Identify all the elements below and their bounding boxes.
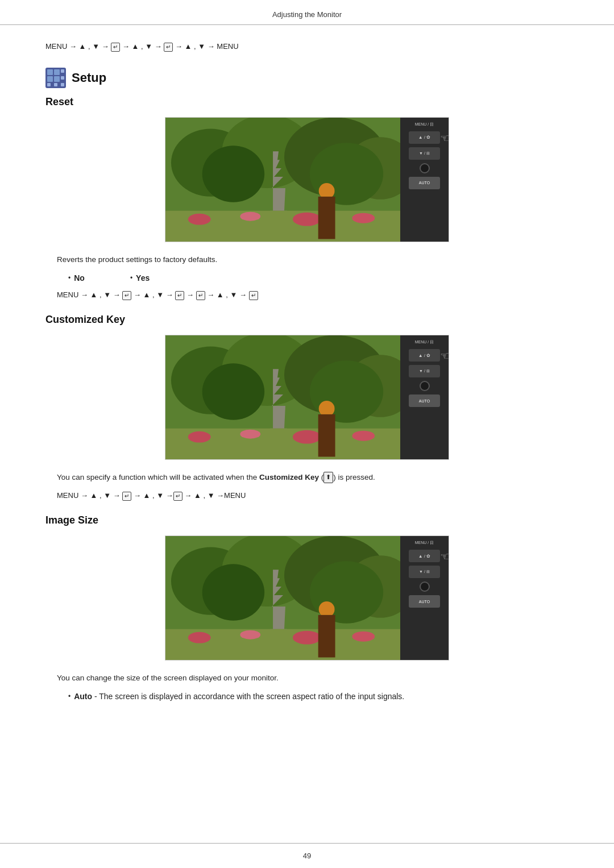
garden-scene-reset: [165, 118, 400, 242]
enter-key-2: ↵: [164, 43, 173, 52]
garden-scene-imgsize: [165, 536, 400, 660]
monitor-screen-custom: [165, 335, 400, 459]
svg-point-53: [240, 630, 260, 639]
top-nav-formula: MENU → ▲ , ▼ → ↵ → ▲ , ▼ → ↵ → ▲ , ▼ → M…: [45, 42, 569, 52]
monitor-screen-imgsize: [165, 536, 400, 660]
panel-circle-button: [420, 163, 430, 173]
svg-rect-3: [47, 76, 53, 82]
enter-r1: ↵: [122, 291, 131, 300]
customized-key-formula: MENU → ▲ , ▼ → ↵ → ▲ , ▼ →↵ → ▲ , ▼ →MEN…: [57, 491, 557, 501]
svg-point-55: [352, 632, 375, 642]
svg-rect-7: [47, 83, 51, 86]
monitor-panel-custom: MENU / 目 ▲ / ✿ ☞ ▼ / ⊞ AUTO: [400, 335, 449, 459]
page-content: MENU → ▲ , ▼ → ↵ → ▲ , ▼ → ↵ → ▲ , ▼ → M…: [0, 25, 614, 746]
panel-menu-label-i: MENU / 目: [415, 541, 434, 545]
panel-down-button-c: ▼ / ⊞: [409, 365, 440, 377]
panel-up-button: ▲ / ✿ ☞: [409, 131, 440, 144]
monitor-panel-imgsize: MENU / 目 ▲ / ✿ ☞ ▼ / ⊞ AUTO: [400, 536, 449, 660]
auto-label: Auto - The screen is displayed in accord…: [74, 692, 404, 701]
monitor-mockup-custom: MENU / 目 ▲ / ✿ ☞ ▼ / ⊞ AUTO: [165, 335, 449, 460]
enter-r2: ↵: [175, 291, 184, 300]
svg-point-36: [188, 431, 211, 442]
reset-option-yes: • Yes: [130, 273, 150, 283]
no-label: No: [74, 273, 85, 283]
page-header: Adjusting the Monitor: [0, 0, 614, 25]
panel-auto-button-i: AUTO: [409, 595, 440, 608]
setup-title: Setup: [72, 70, 106, 85]
auto-desc: - The screen is displayed in accordance …: [92, 692, 404, 701]
svg-point-54: [293, 631, 321, 645]
svg-rect-2: [54, 69, 60, 75]
customized-key-section: Customized Key: [45, 314, 569, 501]
header-title: Adjusting the Monitor: [272, 10, 342, 19]
panel-auto-button-c: AUTO: [409, 394, 440, 407]
svg-point-17: [202, 146, 264, 202]
reset-option-no: • No: [68, 273, 85, 283]
svg-point-24: [319, 183, 335, 199]
panel-auto-button: AUTO: [409, 177, 440, 189]
setup-icon: [45, 68, 66, 88]
panel-up-button-c: ▲ / ✿ ☞: [409, 349, 440, 362]
page-number: 49: [303, 852, 311, 860]
reset-description: Reverts the product settings to factory …: [57, 254, 557, 266]
svg-point-33: [202, 363, 264, 420]
reset-formula: MENU → ▲ , ▼ → ↵ → ▲ , ▼ → ↵ → ↵ → ▲ , ▼…: [57, 290, 557, 300]
svg-rect-9: [61, 83, 64, 86]
svg-point-39: [352, 430, 375, 441]
hand-icon-i: ☞: [440, 550, 450, 563]
bullet-auto: •: [68, 692, 70, 700]
image-size-monitor-image: MENU / 目 ▲ / ✿ ☞ ▼ / ⊞ AUTO: [45, 535, 569, 661]
setup-section-header: Setup: [45, 68, 569, 88]
panel-menu-label: MENU / 目: [415, 122, 434, 127]
reset-section: Reset: [45, 96, 569, 300]
image-size-description: You can change the size of the screen di…: [57, 672, 557, 684]
panel-circle-button-i: [420, 582, 430, 592]
enter-key-1: ↵: [111, 43, 120, 52]
svg-rect-8: [54, 83, 57, 86]
page-footer: 49: [0, 843, 614, 868]
svg-rect-5: [61, 69, 64, 73]
svg-point-23: [352, 213, 375, 223]
svg-rect-6: [61, 76, 64, 80]
bullet-no: •: [68, 274, 70, 282]
svg-point-38: [293, 430, 321, 443]
panel-circle-button-c: [420, 381, 430, 391]
image-size-options: • Auto - The screen is displayed in acco…: [68, 692, 557, 701]
monitor-panel-reset: MENU / 目 ▲ / ✿ ☞ ▼ / ⊞ AUTO: [400, 118, 449, 242]
svg-point-52: [188, 632, 211, 643]
svg-rect-57: [318, 615, 335, 658]
svg-point-56: [319, 601, 335, 617]
image-size-auto-option: • Auto - The screen is displayed in acco…: [68, 692, 404, 701]
svg-rect-4: [54, 76, 60, 82]
svg-point-21: [240, 211, 260, 221]
panel-menu-label-c: MENU / 目: [415, 340, 434, 344]
reset-title: Reset: [45, 96, 569, 108]
reset-options-row: • No • Yes: [68, 273, 557, 283]
customized-key-title: Customized Key: [45, 314, 569, 326]
svg-rect-25: [318, 196, 335, 239]
monitor-screen-reset: [165, 118, 400, 242]
customized-key-icon: ⬆: [323, 472, 333, 483]
svg-point-40: [319, 401, 335, 417]
image-size-section: Image Size: [45, 514, 569, 701]
enter-r3: ↵: [196, 291, 205, 300]
panel-up-button-i: ▲ / ✿ ☞: [409, 550, 440, 562]
customized-key-monitor-image: MENU / 目 ▲ / ✿ ☞ ▼ / ⊞ AUTO: [45, 335, 569, 460]
monitor-mockup-reset: MENU / 目 ▲ / ✿ ☞ ▼ / ⊞ AUTO: [165, 117, 449, 242]
svg-point-37: [240, 429, 260, 438]
reset-monitor-image: MENU / 目 ▲ / ✿ ☞ ▼ / ⊞ AUTO: [45, 117, 569, 242]
image-size-title: Image Size: [45, 514, 569, 526]
auto-bold: Auto: [74, 692, 92, 701]
panel-down-button: ▼ / ⊞: [409, 147, 440, 160]
svg-point-22: [293, 212, 321, 226]
garden-scene-custom: [165, 335, 400, 459]
panel-down-button-i: ▼ / ⊞: [409, 566, 440, 578]
enter-c2: ↵: [173, 492, 182, 501]
svg-rect-1: [47, 69, 53, 75]
enter-c1: ↵: [122, 492, 131, 501]
bullet-yes: •: [130, 274, 132, 282]
monitor-mockup-imgsize: MENU / 目 ▲ / ✿ ☞ ▼ / ⊞ AUTO: [165, 535, 449, 661]
customized-key-description: You can specify a function which will be…: [57, 471, 557, 484]
hand-icon-c: ☞: [440, 349, 450, 363]
svg-rect-41: [318, 414, 335, 457]
